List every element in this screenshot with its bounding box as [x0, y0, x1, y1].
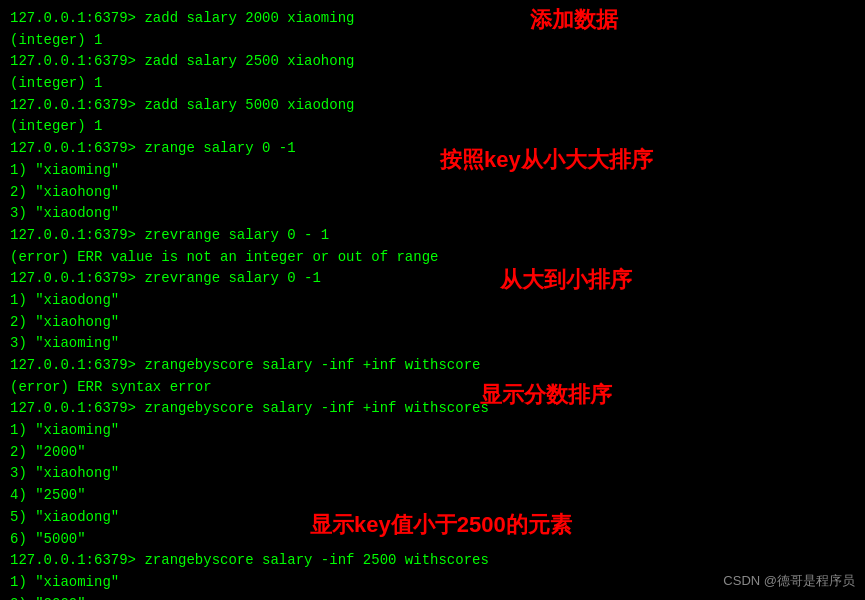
- terminal-line: 2) "2000": [10, 442, 855, 464]
- terminal-line: 2) "2000": [10, 594, 855, 600]
- terminal-line: 1) "xiaoming": [10, 420, 855, 442]
- terminal-line: (error) ERR syntax error: [10, 377, 855, 399]
- terminal-line: (integer) 1: [10, 73, 855, 95]
- annotation-show-lt2500: 显示key值小于2500的元素: [310, 510, 572, 540]
- terminal-line: (integer) 1: [10, 116, 855, 138]
- annotation-add-data: 添加数据: [530, 5, 618, 35]
- watermark: CSDN @德哥是程序员: [723, 572, 855, 590]
- terminal-line: 127.0.0.1:6379> zrevrange salary 0 - 1: [10, 225, 855, 247]
- terminal-line: 2) "xiaohong": [10, 312, 855, 334]
- terminal-line: 1) "xiaoming": [10, 160, 855, 182]
- annotation-show-score: 显示分数排序: [480, 380, 612, 410]
- terminal-line: 127.0.0.1:6379> zrevrange salary 0 -1: [10, 268, 855, 290]
- terminal-line: 127.0.0.1:6379> zrangebyscore salary -in…: [10, 355, 855, 377]
- terminal-line: 3) "xiaoming": [10, 333, 855, 355]
- terminal-line: 4) "2500": [10, 485, 855, 507]
- terminal-line: (error) ERR value is not an integer or o…: [10, 247, 855, 269]
- terminal-line: 127.0.0.1:6379> zrangebyscore salary -in…: [10, 550, 855, 572]
- terminal-line: 3) "xiaohong": [10, 463, 855, 485]
- terminal-line: 2) "xiaohong": [10, 182, 855, 204]
- terminal-line: 127.0.0.1:6379> zadd salary 2500 xiaohon…: [10, 51, 855, 73]
- annotation-sort-asc: 按照key从小大大排序: [440, 145, 653, 175]
- terminal-line: 3) "xiaodong": [10, 203, 855, 225]
- terminal-line: (integer) 1: [10, 30, 855, 52]
- terminal-line: 1) "xiaodong": [10, 290, 855, 312]
- terminal-line: 127.0.0.1:6379> zadd salary 2000 xiaomin…: [10, 8, 855, 30]
- terminal-line: 127.0.0.1:6379> zrange salary 0 -1: [10, 138, 855, 160]
- terminal-line: 127.0.0.1:6379> zadd salary 5000 xiaodon…: [10, 95, 855, 117]
- terminal-line: 127.0.0.1:6379> zrangebyscore salary -in…: [10, 398, 855, 420]
- annotation-sort-desc: 从大到小排序: [500, 265, 632, 295]
